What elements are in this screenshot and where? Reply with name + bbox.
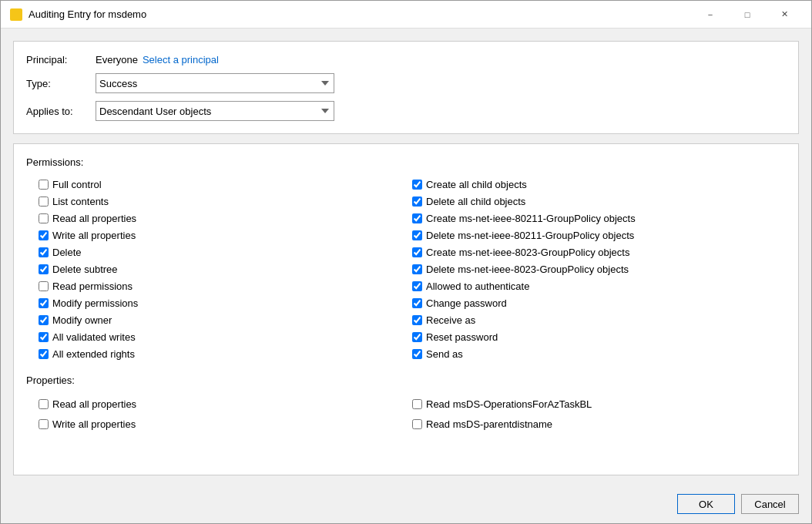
perm-receive-as-item: Receive as	[412, 311, 786, 328]
perm-all-validated-writes-item: All validated writes	[39, 328, 412, 345]
prop-write-all-checkbox[interactable]	[39, 419, 49, 429]
prop-read-msds-ops-label[interactable]: Read msDS-OperationsForAzTaskBL	[426, 398, 592, 410]
perm-create-all-child-item: Create all child objects	[412, 176, 786, 193]
main-panel: Permissions: Full control List contents …	[13, 143, 799, 475]
perm-delete-ms-net-8021-label[interactable]: Delete ms-net-ieee-80211-GroupPolicy obj…	[426, 230, 634, 241]
content-area: Principal: Everyone Select a principal T…	[1, 29, 811, 488]
perm-delete-ms-net-8023-item: Delete ms-net-ieee-8023-GroupPolicy obje…	[412, 260, 786, 277]
perm-delete-all-child-checkbox[interactable]	[412, 196, 422, 207]
principal-row: Principal: Everyone Select a principal	[26, 54, 786, 66]
perm-create-all-child-label[interactable]: Create all child objects	[426, 179, 527, 190]
prop-read-msds-parent-checkbox[interactable]	[412, 419, 422, 429]
properties-grid: Read all properties Write all properties…	[39, 394, 786, 434]
perm-modify-permissions-item: Modify permissions	[39, 294, 412, 311]
perm-delete-subtree-checkbox[interactable]	[39, 264, 49, 274]
header-panel: Principal: Everyone Select a principal T…	[13, 41, 799, 134]
perm-delete-checkbox[interactable]	[39, 247, 49, 257]
permissions-grid: Full control List contents Read all prop…	[39, 176, 786, 362]
perm-send-as-label[interactable]: Send as	[426, 348, 463, 360]
properties-left-col: Read all properties Write all properties	[39, 394, 412, 434]
perm-list-contents-item: List contents	[39, 193, 412, 210]
applies-select[interactable]: Descendant User objects This object only…	[96, 101, 334, 121]
perm-delete-item: Delete	[39, 244, 412, 260]
app-icon	[10, 8, 22, 21]
perm-delete-subtree-label[interactable]: Delete subtree	[52, 264, 118, 275]
properties-section-label: Properties:	[26, 375, 786, 386]
type-row: Type: Success Fail All	[26, 73, 786, 93]
perm-all-extended-rights-label[interactable]: All extended rights	[52, 348, 135, 360]
perm-modify-permissions-checkbox[interactable]	[39, 298, 49, 308]
perm-write-all-props-item: Write all properties	[39, 227, 412, 244]
perm-all-validated-writes-checkbox[interactable]	[39, 332, 49, 342]
perm-all-extended-rights-checkbox[interactable]	[39, 349, 49, 359]
close-button[interactable]: ✕	[767, 4, 802, 25]
maximize-button[interactable]: □	[730, 4, 765, 25]
perm-receive-as-label[interactable]: Receive as	[426, 314, 475, 326]
perm-reset-password-checkbox[interactable]	[412, 332, 422, 342]
perm-reset-password-item: Reset password	[412, 328, 786, 345]
perm-reset-password-label[interactable]: Reset password	[426, 331, 498, 343]
prop-read-all-label[interactable]: Read all properties	[52, 398, 136, 410]
perm-allowed-authenticate-checkbox[interactable]	[412, 281, 422, 291]
perm-full-control-checkbox[interactable]	[39, 180, 49, 190]
perm-delete-all-child-item: Delete all child objects	[412, 193, 786, 210]
perm-read-all-props-label[interactable]: Read all properties	[52, 213, 136, 224]
window-title: Auditing Entry for msdemo	[29, 8, 146, 20]
type-label: Type:	[26, 78, 96, 89]
perm-read-permissions-label[interactable]: Read permissions	[52, 280, 133, 292]
prop-read-msds-parent-item: Read msDS-parentdistname	[412, 414, 786, 434]
permissions-right-col: Create all child objects Delete all chil…	[412, 176, 786, 362]
window: Auditing Entry for msdemo − □ ✕ Principa…	[0, 0, 812, 524]
applies-label: Applies to:	[26, 106, 96, 117]
footer: OK Cancel	[1, 488, 811, 523]
perm-list-contents-label[interactable]: List contents	[52, 196, 109, 207]
properties-right-col: Read msDS-OperationsForAzTaskBL Read msD…	[412, 394, 786, 434]
prop-read-msds-ops-checkbox[interactable]	[412, 399, 422, 409]
perm-delete-ms-net-8023-label[interactable]: Delete ms-net-ieee-8023-GroupPolicy obje…	[426, 264, 629, 275]
perm-modify-owner-item: Modify owner	[39, 311, 412, 328]
perm-full-control-label[interactable]: Full control	[52, 179, 102, 190]
title-controls: − □ ✕	[693, 4, 802, 25]
perm-create-ms-net-8021-checkbox[interactable]	[412, 213, 422, 223]
prop-read-msds-parent-label[interactable]: Read msDS-parentdistname	[426, 418, 552, 430]
title-bar-left: Auditing Entry for msdemo	[10, 8, 146, 21]
perm-delete-ms-net-8023-checkbox[interactable]	[412, 264, 422, 274]
perm-read-all-props-checkbox[interactable]	[39, 213, 49, 223]
ok-button[interactable]: OK	[677, 494, 735, 514]
perm-read-permissions-checkbox[interactable]	[39, 281, 49, 291]
prop-write-all-label[interactable]: Write all properties	[52, 418, 136, 430]
perm-write-all-props-label[interactable]: Write all properties	[52, 230, 136, 241]
type-select[interactable]: Success Fail All	[96, 73, 334, 93]
perm-create-ms-net-8023-label[interactable]: Create ms-net-ieee-8023-GroupPolicy obje…	[426, 247, 629, 258]
perm-list-contents-checkbox[interactable]	[39, 196, 49, 207]
perm-all-validated-writes-label[interactable]: All validated writes	[52, 331, 136, 343]
permissions-section-label: Permissions:	[26, 156, 786, 168]
perm-create-ms-net-8023-checkbox[interactable]	[412, 247, 422, 257]
principal-value: Everyone	[96, 54, 138, 66]
prop-read-all-item: Read all properties	[39, 394, 412, 414]
perm-create-ms-net-8023-item: Create ms-net-ieee-8023-GroupPolicy obje…	[412, 244, 786, 260]
perm-allowed-authenticate-label[interactable]: Allowed to authenticate	[426, 280, 529, 292]
select-principal-link[interactable]: Select a principal	[143, 54, 219, 66]
perm-delete-all-child-label[interactable]: Delete all child objects	[426, 196, 525, 207]
permissions-left-col: Full control List contents Read all prop…	[39, 176, 412, 362]
perm-receive-as-checkbox[interactable]	[412, 315, 422, 325]
perm-delete-ms-net-8021-checkbox[interactable]	[412, 230, 422, 240]
perm-create-all-child-checkbox[interactable]	[412, 180, 422, 190]
properties-section: Properties: Read all properties Write al…	[26, 375, 786, 434]
cancel-button[interactable]: Cancel	[741, 494, 799, 514]
perm-change-password-label[interactable]: Change password	[426, 297, 507, 309]
perm-read-all-props-item: Read all properties	[39, 210, 412, 227]
perm-create-ms-net-8021-label[interactable]: Create ms-net-ieee-80211-GroupPolicy obj…	[426, 213, 636, 224]
principal-label: Principal:	[26, 54, 96, 66]
minimize-button[interactable]: −	[693, 4, 728, 25]
perm-send-as-checkbox[interactable]	[412, 349, 422, 359]
perm-delete-label[interactable]: Delete	[52, 247, 82, 258]
perm-modify-permissions-label[interactable]: Modify permissions	[52, 297, 138, 309]
perm-all-extended-rights-item: All extended rights	[39, 345, 412, 362]
perm-modify-owner-label[interactable]: Modify owner	[52, 314, 112, 326]
prop-read-all-checkbox[interactable]	[39, 399, 49, 409]
perm-change-password-checkbox[interactable]	[412, 298, 422, 308]
perm-write-all-props-checkbox[interactable]	[39, 230, 49, 240]
perm-modify-owner-checkbox[interactable]	[39, 315, 49, 325]
